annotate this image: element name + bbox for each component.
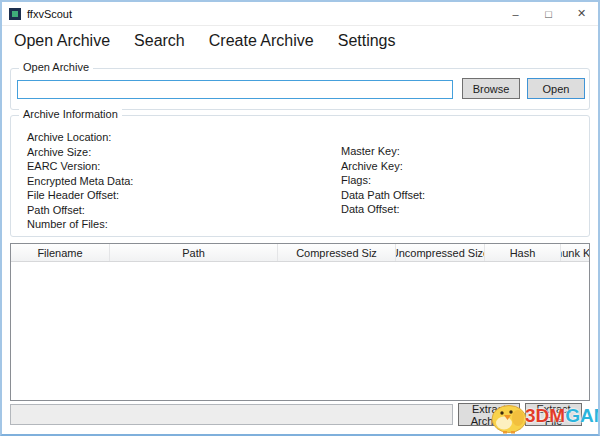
open-archive-group: Open Archive Browse Open bbox=[10, 68, 590, 110]
titlebar: ffxvScout – □ ✕ bbox=[2, 2, 598, 26]
file-table: Filename Path Compressed Siz Uncompresse… bbox=[10, 243, 590, 401]
extract-progressbar bbox=[10, 404, 453, 425]
window-title: ffxvScout bbox=[27, 8, 72, 20]
browse-button[interactable]: Browse bbox=[462, 78, 520, 99]
label-data-path-offset: Data Path Offset: bbox=[341, 188, 425, 203]
column-header-path[interactable]: Path bbox=[110, 244, 278, 261]
label-path-offset: Path Offset: bbox=[27, 203, 133, 218]
extract-archive-button[interactable]: Extract Archive bbox=[458, 403, 520, 426]
app-icon bbox=[9, 8, 21, 20]
label-file-header-offset: File Header Offset: bbox=[27, 188, 133, 203]
open-button[interactable]: Open bbox=[527, 78, 585, 99]
column-header-compressed-size[interactable]: Compressed Siz bbox=[278, 244, 396, 261]
column-header-chunk-key[interactable]: Chunk Key bbox=[561, 244, 589, 261]
archive-path-input[interactable] bbox=[17, 80, 453, 99]
app-window: ffxvScout – □ ✕ Open Archive Search Crea… bbox=[0, 0, 600, 436]
maximize-button[interactable]: □ bbox=[532, 2, 565, 25]
label-earc-version: EARC Version: bbox=[27, 159, 133, 174]
archive-info-right-column: Master Key: Archive Key: Flags: Data Pat… bbox=[341, 144, 425, 217]
file-table-body[interactable] bbox=[11, 262, 589, 401]
minimize-button[interactable]: – bbox=[499, 2, 532, 25]
close-button[interactable]: ✕ bbox=[565, 2, 598, 25]
label-master-key: Master Key: bbox=[341, 144, 425, 159]
extract-file-button[interactable]: Extract File bbox=[525, 403, 582, 426]
label-flags: Flags: bbox=[341, 173, 425, 188]
menu-open-archive[interactable]: Open Archive bbox=[10, 30, 114, 52]
label-data-offset: Data Offset: bbox=[341, 202, 425, 217]
label-archive-location: Archive Location: bbox=[27, 130, 133, 145]
archive-info-left-column: Archive Location: Archive Size: EARC Ver… bbox=[27, 130, 133, 232]
label-number-of-files: Number of Files: bbox=[27, 217, 133, 232]
menu-search[interactable]: Search bbox=[130, 30, 189, 52]
open-archive-group-label: Open Archive bbox=[19, 61, 93, 73]
column-header-uncompressed-size[interactable]: Uncompressed Size bbox=[396, 244, 485, 261]
archive-info-group: Archive Information Archive Location: Ar… bbox=[10, 115, 590, 237]
menubar: Open Archive Search Create Archive Setti… bbox=[10, 30, 400, 52]
column-header-hash[interactable]: Hash bbox=[485, 244, 561, 261]
column-header-filename[interactable]: Filename bbox=[11, 244, 110, 261]
archive-info-group-label: Archive Information bbox=[19, 108, 122, 120]
label-archive-key: Archive Key: bbox=[341, 159, 425, 174]
file-table-header: Filename Path Compressed Siz Uncompresse… bbox=[11, 244, 589, 262]
label-encrypted-meta-data: Encrypted Meta Data: bbox=[27, 174, 133, 189]
label-archive-size: Archive Size: bbox=[27, 145, 133, 160]
menu-settings[interactable]: Settings bbox=[334, 30, 400, 52]
window-controls: – □ ✕ bbox=[499, 2, 598, 25]
menu-create-archive[interactable]: Create Archive bbox=[205, 30, 318, 52]
